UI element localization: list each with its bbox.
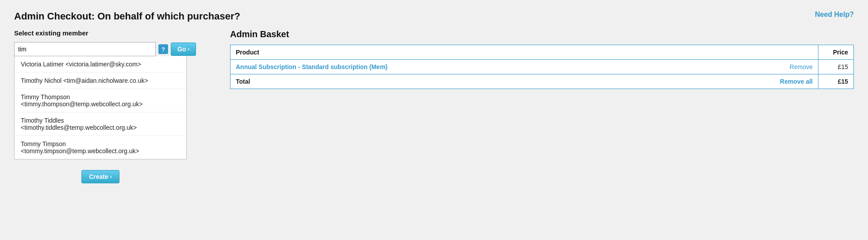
total-price-cell: £15 <box>818 74 854 89</box>
total-row: Total Remove all £15 <box>230 74 854 89</box>
create-button-label: Create <box>89 173 108 180</box>
basket-title: Admin Basket <box>230 29 854 39</box>
basket-table: Product Price Annual Subscription - Stan… <box>230 45 854 89</box>
page-header: Admin Checkout: On behalf of which purch… <box>14 11 854 22</box>
product-link[interactable]: Annual Subscription - Standard subscript… <box>236 63 388 70</box>
dropdown-list: Victoria Latimer <victoria.latimer@sky.c… <box>14 56 187 159</box>
remove-link[interactable]: Remove <box>790 63 813 70</box>
remove-all-link[interactable]: Remove all <box>780 78 813 85</box>
total-label: Total <box>236 78 250 85</box>
price-column-header: Price <box>818 45 854 60</box>
right-panel: Admin Basket Product Price Annual Subscr… <box>230 29 854 89</box>
list-item[interactable]: Victoria Latimer <victoria.latimer@sky.c… <box>15 56 186 73</box>
product-cell: Annual Subscription - Standard subscript… <box>230 60 818 74</box>
left-panel: Select existing member ? Go › Victoria L… <box>14 29 209 183</box>
search-input[interactable] <box>14 42 156 56</box>
search-row: ? Go › <box>14 42 209 56</box>
go-button[interactable]: Go › <box>171 43 196 56</box>
create-arrow: › <box>110 174 112 180</box>
main-layout: Select existing member ? Go › Victoria L… <box>14 29 854 183</box>
page-title: Admin Checkout: On behalf of which purch… <box>14 11 240 22</box>
total-cell: Total Remove all <box>230 74 818 89</box>
table-row: Annual Subscription - Standard subscript… <box>230 60 854 74</box>
section-title: Select existing member <box>14 29 209 37</box>
create-button[interactable]: Create › <box>81 170 119 183</box>
list-item[interactable]: Timothy Tiddles <timothy.tiddles@temp.we… <box>15 112 186 136</box>
list-item[interactable]: Tommy Timpson <tommy.timpson@temp.webcol… <box>15 136 186 159</box>
help-icon[interactable]: ? <box>158 44 168 54</box>
list-item[interactable]: Timothy Nichol <tim@aidan.nicholware.co.… <box>15 73 186 89</box>
list-item[interactable]: Timmy Thompson <timmy.thompson@temp.webc… <box>15 89 186 112</box>
need-help-link[interactable]: Need Help? <box>815 11 854 19</box>
go-arrow: › <box>188 46 189 52</box>
price-cell: £15 <box>818 60 854 74</box>
go-button-label: Go <box>177 46 186 53</box>
product-column-header: Product <box>230 45 818 60</box>
